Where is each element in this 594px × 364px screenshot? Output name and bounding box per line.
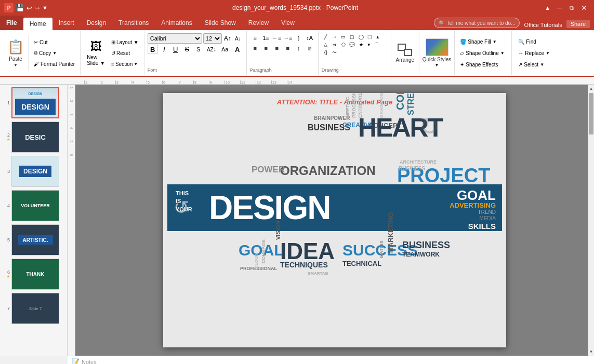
slide-thumbnail-7[interactable]: 7 Slide 7 [2,292,65,325]
slide-canvas-area[interactable]: ATTENTION: TITLE - Animated Page MEETING… [75,85,594,356]
shadow-btn[interactable]: S [193,45,204,54]
shape-outline-button[interactable]: ▱ Shape Outline ▼ [458,48,508,58]
line-shape-btn[interactable]: ╱ [322,33,330,41]
bullets-btn[interactable]: ≡ [250,33,260,43]
smart-art-btn[interactable]: ⎚ [305,44,315,53]
format-painter-button[interactable]: 🖌Format Painter [32,59,77,69]
slide-thumbnail-2[interactable]: 2 ★ DESIC [2,121,65,153]
section-icon: ≡ [111,61,114,67]
increase-font-btn[interactable]: A↑ [223,34,232,43]
more-shapes-btn[interactable]: ⬚ [366,33,374,41]
arrange-icon [398,44,412,56]
pentagon-btn[interactable]: ⬠ [339,41,348,48]
ribbon-content: 📋 Paste ▼ ✂Cut ⧉Copy▼ 🖌Format Painter Cl… [0,30,594,77]
restore-btn[interactable]: ⧉ [567,5,576,11]
vertical-ruler: 1 2 3 4 5 6 [68,85,75,356]
quick-access-customize[interactable]: ▼ [42,5,48,11]
quick-styles-button[interactable]: Quick Styles ▼ [419,31,455,75]
main-area: 1 DESIGN DESIGN 2 ★ [0,85,594,356]
replace-button[interactable]: ↔ Replace ▼ [516,48,552,58]
tab-view[interactable]: View [275,16,301,30]
share-btn[interactable]: Share [566,20,590,28]
tab-insert[interactable]: Insert [52,16,81,30]
quick-access-redo[interactable]: ↪ [34,4,40,12]
tab-design[interactable]: Design [81,16,112,30]
outline-icon: ▱ [460,50,464,56]
strikethrough-btn[interactable]: S [182,45,192,54]
star-shape-btn[interactable]: ★ [357,41,365,48]
curve-shape-btn[interactable]: ⌒ [373,41,381,48]
slide-thumbnail-5[interactable]: 5 ARTISTIC. [2,224,65,256]
tab-slideshow[interactable]: Slide Show [199,16,242,30]
slide-thumbnail-3[interactable]: 3 DESIGN [2,155,65,187]
change-case-btn[interactable]: Aa [219,45,231,54]
cut-button[interactable]: ✂Cut [32,37,77,47]
italic-btn[interactable]: I [159,45,169,54]
tab-transitions[interactable]: Transitions [112,16,155,30]
align-left-btn[interactable]: ≡ [250,44,260,53]
wave-btn[interactable]: 〜 [331,49,339,55]
ribbon-collapse-btn[interactable]: ▲ [543,4,552,12]
align-right-btn[interactable]: ≡ [272,44,282,53]
copy-button[interactable]: ⧉Copy▼ [32,48,77,58]
align-center-btn[interactable]: ≡ [261,44,271,53]
font-color-btn[interactable]: A [232,45,243,54]
new-slide-button[interactable]: 🖼 NewSlide ▼ [84,35,108,71]
shape-fill-button[interactable]: 🪣 Shape Fill ▼ [458,36,508,47]
reset-button[interactable]: ↺Reset [109,48,141,58]
bracket-btn[interactable]: {} [322,49,330,55]
slide-thumbnail-4[interactable]: 4 VOLUNTEER [2,190,65,222]
close-btn[interactable]: ✕ [578,4,590,12]
triangle-shape-btn[interactable]: △ [322,41,330,48]
quick-access-save[interactable]: 💾 [16,4,24,12]
indent-increase-btn[interactable]: →≡ [283,33,293,43]
arrange-button[interactable]: Arrange [391,31,419,75]
line-spacing-btn[interactable]: ↕ [294,44,304,53]
rect-shape-btn[interactable]: ▭ [339,33,348,41]
tab-animations[interactable]: Animations [155,16,198,30]
justify-btn[interactable]: ≡ [283,44,293,53]
slide-number-1: 1 [7,100,10,105]
paragraph-group: ≡ 1≡ ←≡ →≡ ⫿ ↕A ≡ ≡ ≡ ≡ ↕ ⎚ Paragraph [247,31,319,75]
scroll-up-btn[interactable]: ▲ [588,85,594,92]
office-tutorials-btn[interactable]: Office Tutorials [524,22,562,28]
decrease-font-btn[interactable]: A↓ [233,34,243,43]
tell-me-input[interactable]: Tell me what you want to do... [447,20,516,26]
shapes-scroll-up[interactable]: ▲ [375,33,381,41]
arrow-shape-btn[interactable]: → [331,33,339,41]
columns-btn[interactable]: ⫿ [294,33,304,43]
select-button[interactable]: ↗ Select ▼ [516,59,552,70]
minimize-btn[interactable]: ─ [555,4,565,12]
vertical-scrollbar[interactable]: ▲ ▼ [588,85,594,356]
layout-icon: ⊞ [111,39,115,45]
font-family-select[interactable]: Calibri [148,33,202,44]
spacing-btn[interactable]: AZ↕ [205,45,218,54]
section-button[interactable]: ≡Section▼ [109,59,141,69]
underline-btn[interactable]: U [170,45,181,54]
oval-shape-btn[interactable]: ◯ [357,33,365,41]
text-direction-btn[interactable]: ↕A [305,33,315,43]
right-arrow-btn[interactable]: ⇒ [331,41,339,48]
find-button[interactable]: 🔍 Find [516,36,552,47]
quick-access-undo[interactable]: ↩ [27,4,32,12]
drawing-group: ╱ → ▭ ▢ ◯ ⬚ ▲ △ ⇒ ⬠ 💬 ★ ▼ ⌒ {} 〜 Drawing [319,31,391,75]
indent-decrease-btn[interactable]: ←≡ [272,33,282,43]
bold-btn[interactable]: B [148,45,158,54]
tab-home[interactable]: Home [23,18,52,30]
round-rect-btn[interactable]: ▢ [348,33,357,41]
callout-btn[interactable]: 💬 [348,41,357,48]
shape-effects-button[interactable]: ✦ Shape Effects [458,59,508,70]
paste-button[interactable]: 📋 Paste ▼ [3,35,29,71]
slide-thumbnail-6[interactable]: 6 ★ THANK [2,258,65,290]
slide-thumbnail-1[interactable]: 1 DESIGN DESIGN [2,87,65,119]
word-cloud: MEETING PROCESSING ENTREPRENEUR BRAINPOW… [163,107,506,347]
shapes-scroll-down[interactable]: ▼ [366,41,372,48]
font-size-select[interactable]: 12 [203,33,222,44]
scroll-down-btn[interactable]: ▼ [588,348,594,356]
tab-file[interactable]: File [0,16,23,30]
numbering-btn[interactable]: 1≡ [261,33,271,43]
layout-button[interactable]: ⊞Layout ▼ [109,37,141,47]
tab-review[interactable]: Review [242,16,275,30]
scroll-thumb[interactable] [589,93,593,134]
notes-area[interactable]: 📝 Notes [68,356,594,364]
